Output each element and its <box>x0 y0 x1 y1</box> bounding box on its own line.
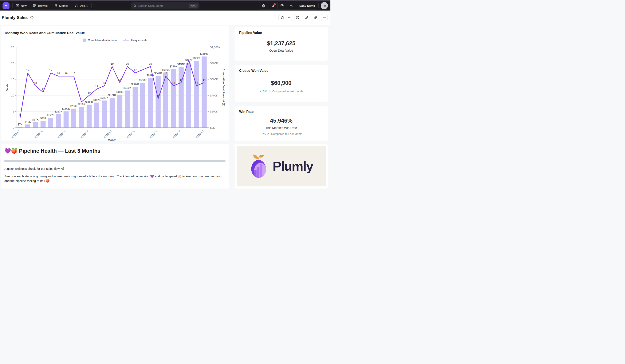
settings-button[interactable] <box>259 2 268 9</box>
chart-text: $122K <box>47 114 55 117</box>
chart-text: $286K <box>85 100 93 104</box>
refresh-icon <box>281 16 284 19</box>
more-options-button[interactable] <box>321 14 328 21</box>
user-avatar[interactable]: TW <box>321 2 328 9</box>
brand-logo-card: Plumly <box>235 144 328 188</box>
legend-label: Unique deals <box>131 38 147 42</box>
fullscreen-button[interactable] <box>294 14 301 21</box>
notes-heading: 💜🍑 Pipeline Health — Last 3 Months <box>4 148 225 154</box>
chart-text: 0 <box>13 126 14 129</box>
bar[interactable] <box>202 57 207 128</box>
nav-item-browse[interactable]: Browse <box>30 2 51 9</box>
global-search[interactable]: Search SaaS Demo ⌘+K <box>131 2 200 9</box>
chart-text: $619K <box>146 74 154 77</box>
plumly-wordmark: Plumly <box>273 159 313 174</box>
bar[interactable] <box>40 121 46 128</box>
chart-text: 12 <box>95 85 98 88</box>
chart-text: 17 <box>49 68 52 72</box>
notifications-button[interactable] <box>268 2 277 9</box>
plus-square-icon <box>16 4 19 7</box>
bar[interactable] <box>125 91 130 128</box>
chart-text: 17 <box>26 68 29 72</box>
bar[interactable] <box>25 124 30 128</box>
chart-text: 16 <box>57 72 60 75</box>
bar[interactable] <box>71 109 76 128</box>
notes-card: 💜🍑 Pipeline Health — Last 3 Months A qui… <box>1 144 229 188</box>
bar[interactable] <box>33 122 38 128</box>
chart-text: $86K <box>40 117 46 120</box>
chart-text: 16 <box>164 72 167 75</box>
pencil-icon <box>305 16 308 19</box>
bar[interactable] <box>179 67 184 128</box>
chart-text: 2025-01 <box>126 130 135 139</box>
kpi-subtitle: This Month's Win Rate <box>239 126 323 129</box>
bar[interactable] <box>64 111 69 128</box>
info-icon <box>30 16 34 19</box>
refresh-split-button <box>278 14 292 21</box>
chart-text: 14 <box>203 78 206 81</box>
horizontal-rule <box>4 160 225 162</box>
nav-item-metrics[interactable]: Metrics <box>51 2 72 9</box>
bar[interactable] <box>110 98 115 128</box>
bar[interactable] <box>117 94 122 128</box>
chart-text: $558K <box>139 79 147 82</box>
refresh-options-button[interactable] <box>286 14 292 21</box>
chart-text: 19 <box>149 62 152 65</box>
nav-item-new[interactable]: New <box>13 2 30 9</box>
bar[interactable] <box>56 114 61 128</box>
bar[interactable] <box>140 83 145 128</box>
chart-text: 2025-10 <box>195 130 204 139</box>
bar[interactable] <box>48 118 53 128</box>
chart-text: $167K <box>55 110 62 113</box>
chart-text: $729K <box>170 65 177 68</box>
chart-text: 2024-04 <box>57 130 66 139</box>
app-logo[interactable] <box>2 2 9 9</box>
info-button[interactable] <box>30 16 34 19</box>
chart-text: 20 <box>11 62 14 65</box>
legend-item-cumulative[interactable]: Cumulative deal amount <box>83 38 117 42</box>
chart-text: $7K <box>18 123 23 126</box>
ai-sparkles-button[interactable] <box>286 2 296 9</box>
bar[interactable] <box>102 100 107 128</box>
nav-item-label: Ask AI <box>80 4 88 7</box>
chart-text: 11 <box>42 88 44 91</box>
page-title: Plumly Sales <box>2 15 28 20</box>
hash-icon <box>54 4 58 7</box>
primary-nav: New Browse Metrics Ask AI <box>12 2 92 9</box>
chart-text: 2025-04 <box>149 130 158 139</box>
expand-icon <box>296 16 299 19</box>
nav-item-ask-ai[interactable]: Ask AI <box>72 2 92 9</box>
bar[interactable] <box>156 76 160 128</box>
chart-text: $236K <box>70 104 78 108</box>
bar[interactable] <box>148 78 153 128</box>
chart-text: 2024-01 <box>34 130 43 139</box>
headset-sparkle-icon <box>75 4 79 8</box>
bar[interactable] <box>171 69 176 128</box>
chart-text: $462K <box>124 86 131 90</box>
kpi-card-win-rate: Win Rate 45.946% This Month's Win Rate +… <box>235 106 328 141</box>
bar[interactable] <box>194 61 199 128</box>
chart-text: 15 <box>11 78 14 81</box>
bar[interactable] <box>87 105 92 128</box>
bar[interactable] <box>186 63 191 128</box>
chart-text: 2024-07 <box>80 130 89 139</box>
bar[interactable] <box>132 87 138 128</box>
chart-text: $202K <box>62 107 70 110</box>
chart-text: $67K <box>32 118 38 121</box>
workspace-button[interactable]: SaaS Demo <box>296 2 318 9</box>
bar[interactable] <box>94 103 99 128</box>
kpi-card-closed-won: Closed Won Value $60,900 +13% ↗ Compared… <box>235 65 328 102</box>
legend-item-unique-deals[interactable]: Unique deals <box>123 38 147 42</box>
chart-text: 16 <box>72 72 75 75</box>
lightning-bolt-icon <box>4 4 8 8</box>
share-link-button[interactable] <box>312 14 319 21</box>
kpi-subtitle: Open Deal Value <box>239 49 323 52</box>
combo-chart[interactable]: $7K$40K$67K$86K$122K$167K$202K$236K$259K… <box>5 43 225 143</box>
bar[interactable] <box>79 107 84 128</box>
chart-text: $686K <box>162 68 170 71</box>
refresh-button[interactable] <box>279 14 286 21</box>
help-button[interactable] <box>277 2 286 9</box>
heading-divider <box>4 157 225 157</box>
chart-text: $40K <box>25 120 31 123</box>
edit-button[interactable] <box>303 14 310 21</box>
